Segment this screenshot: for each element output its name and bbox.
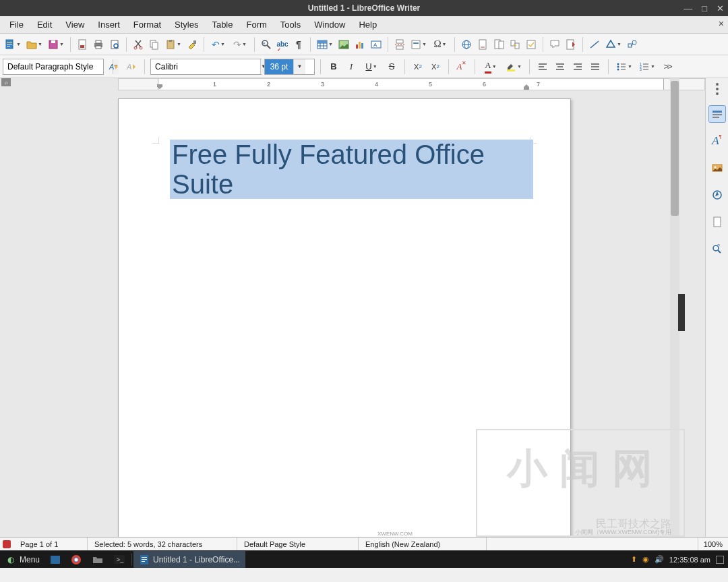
insert-special-char-button[interactable]: Ω▼	[430, 37, 450, 52]
insert-field-button[interactable]: ▼	[408, 37, 429, 52]
clone-formatting-button[interactable]	[185, 37, 200, 52]
status-insert-mode[interactable]	[487, 537, 698, 550]
line-tool-button[interactable]	[587, 37, 602, 52]
sidebar-properties-icon[interactable]	[708, 105, 726, 123]
track-changes-comment-button[interactable]	[547, 37, 562, 52]
files-button[interactable]	[87, 551, 109, 568]
cut-button[interactable]	[131, 37, 146, 52]
insert-page-break-button[interactable]	[392, 37, 407, 52]
sidebar-collapse-handle[interactable]	[678, 294, 685, 331]
spellcheck-button[interactable]: abc✓	[275, 37, 290, 52]
close-window-button[interactable]: ✕	[717, 3, 724, 13]
italic-button[interactable]: I	[344, 59, 359, 74]
sidebar-style-inspector-icon[interactable]: ?	[708, 240, 726, 258]
sidebar-menu-button[interactable]	[710, 82, 724, 96]
font-name-combo[interactable]: ▼	[150, 59, 262, 75]
align-justify-button[interactable]	[588, 59, 603, 74]
document-page[interactable]: Free Fully Featured Office Suite	[118, 98, 571, 537]
export-pdf-button[interactable]	[75, 37, 90, 52]
insert-chart-button[interactable]	[353, 37, 367, 52]
paragraph-style-input[interactable]	[3, 59, 113, 74]
bold-button[interactable]: B	[326, 59, 341, 74]
track-changes-record-button[interactable]	[564, 37, 578, 52]
menu-table[interactable]: Table	[205, 17, 239, 32]
insert-comment-button[interactable]	[524, 37, 539, 52]
print-button[interactable]	[91, 37, 106, 52]
subscript-button[interactable]: X2	[428, 59, 443, 74]
formatting-marks-button[interactable]: ¶	[291, 37, 306, 52]
vertical-scrollbar-thumb[interactable]	[671, 81, 679, 216]
save-button[interactable]: ▼	[46, 37, 66, 52]
start-menu-button[interactable]: ◐ Menu	[0, 551, 45, 568]
horizontal-ruler[interactable]: 1 2 3 4 5 6 7	[118, 78, 705, 90]
terminal-button[interactable]: >_	[109, 551, 130, 568]
more-options-button[interactable]: >>	[660, 59, 675, 74]
status-page[interactable]: Page 1 of 1	[13, 537, 88, 550]
tray-session-icon[interactable]	[716, 556, 724, 564]
align-left-button[interactable]	[535, 59, 550, 74]
numbered-list-button[interactable]: 123▼	[637, 59, 657, 74]
font-name-input[interactable]	[151, 59, 260, 74]
insert-cross-ref-button[interactable]	[508, 37, 522, 52]
maximize-button[interactable]: □	[702, 3, 707, 13]
show-draw-functions-button[interactable]	[625, 37, 640, 52]
right-indent-marker[interactable]	[523, 84, 530, 90]
menu-file[interactable]: File	[3, 17, 30, 32]
status-language[interactable]: English (New Zealand)	[359, 537, 487, 550]
left-indent-marker[interactable]	[156, 84, 163, 90]
autosave-indicator-icon[interactable]	[3, 540, 11, 548]
document-heading-text[interactable]: Free Fully Featured Office Suite	[170, 140, 533, 199]
sidebar-styles-icon[interactable]: A¶	[708, 132, 726, 150]
find-replace-button[interactable]: A	[259, 37, 274, 52]
menu-help[interactable]: Help	[352, 17, 384, 32]
menu-form[interactable]: Form	[239, 17, 273, 32]
menu-view[interactable]: View	[59, 17, 91, 32]
open-button[interactable]: ▼	[24, 37, 44, 52]
copy-button[interactable]	[147, 37, 162, 52]
taskbar-active-window[interactable]: Untitled 1 - LibreOffice...	[133, 551, 245, 568]
close-document-button[interactable]: ×	[719, 18, 724, 29]
font-color-button[interactable]: A▼	[481, 59, 501, 74]
menu-styles[interactable]: Styles	[168, 17, 205, 32]
new-style-button[interactable]: A	[124, 59, 139, 74]
insert-hyperlink-button[interactable]	[459, 37, 474, 52]
clear-formatting-button[interactable]: A✕	[454, 59, 469, 74]
redo-button[interactable]: ↷▼	[230, 37, 250, 52]
chrome-button[interactable]	[65, 551, 87, 568]
show-desktop-button[interactable]	[45, 551, 65, 568]
align-right-button[interactable]	[570, 59, 585, 74]
tray-shield-icon[interactable]: ◉	[642, 555, 649, 564]
insert-footnote-button[interactable]	[475, 37, 490, 52]
status-zoom[interactable]: 100%	[698, 540, 728, 548]
menu-format[interactable]: Format	[127, 17, 168, 32]
insert-textbox-button[interactable]: A	[369, 37, 384, 52]
paste-button[interactable]: ▼	[163, 37, 183, 52]
print-preview-button[interactable]	[107, 37, 122, 52]
status-page-style[interactable]: Default Page Style	[237, 537, 359, 550]
new-document-button[interactable]: ▼	[3, 37, 23, 52]
tray-clock[interactable]: 12:35:08 am	[669, 556, 710, 564]
sidebar-gallery-icon[interactable]	[708, 159, 726, 177]
insert-table-button[interactable]: ▼	[315, 37, 335, 52]
undo-button[interactable]: ↶▼	[208, 37, 229, 52]
font-size-input[interactable]	[265, 59, 293, 74]
menu-insert[interactable]: Insert	[91, 17, 127, 32]
font-size-dropdown[interactable]: ▼	[293, 59, 305, 74]
insert-image-button[interactable]	[336, 37, 351, 52]
menu-window[interactable]: Window	[307, 17, 352, 32]
menu-edit[interactable]: Edit	[30, 17, 59, 32]
bullet-list-button[interactable]: ▼	[614, 59, 634, 74]
underline-button[interactable]: U▼	[361, 59, 382, 74]
basic-shapes-button[interactable]: ▼	[603, 37, 624, 52]
superscript-button[interactable]: X2	[411, 59, 425, 74]
strikethrough-button[interactable]: S	[384, 59, 399, 74]
align-center-button[interactable]	[553, 59, 568, 74]
paragraph-style-combo[interactable]: ▼	[3, 59, 104, 75]
tray-volume-icon[interactable]: 🔊	[655, 555, 664, 564]
sidebar-navigator-icon[interactable]	[708, 186, 726, 204]
minimize-button[interactable]: —	[684, 3, 692, 13]
insert-bookmark-button[interactable]	[491, 37, 506, 52]
font-size-combo[interactable]: ▼	[264, 59, 315, 75]
menu-tools[interactable]: Tools	[274, 17, 307, 32]
highlight-color-button[interactable]: ▼	[504, 59, 524, 74]
